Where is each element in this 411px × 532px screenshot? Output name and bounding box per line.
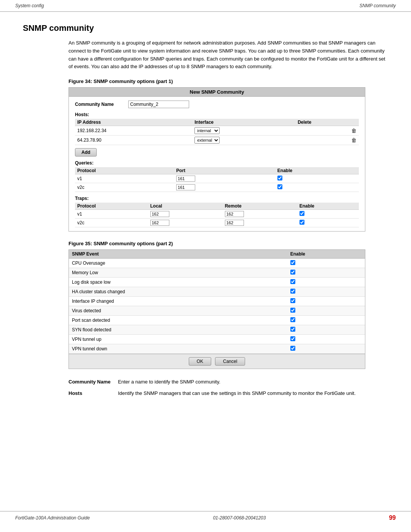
query-port-input[interactable] — [176, 184, 195, 190]
event-enable-checkbox[interactable] — [290, 260, 295, 265]
panel1-body: Community Name Hosts: IP Address Interfa… — [69, 97, 365, 231]
delete-icon[interactable]: 🗑 — [351, 137, 357, 143]
events-th-event: SNMP Event — [69, 250, 287, 259]
action-buttons: OK Cancel — [69, 354, 365, 369]
hosts-th-interface: Interface — [192, 119, 295, 126]
page-title: SNMP community — [23, 23, 388, 33]
hosts-label: Hosts: — [75, 112, 359, 117]
event-enable-cell — [287, 278, 365, 287]
footer-left: FortiGate-100A Administration Guide — [15, 515, 90, 521]
trap-local-input[interactable] — [150, 211, 169, 217]
header-right: SNMP community — [359, 3, 396, 8]
hosts-th-delete: Delete — [295, 119, 359, 126]
footer-center: 01-28007-0068-20041203 — [213, 515, 266, 521]
event-name: CPU Overusage — [69, 259, 287, 268]
event-enable-cell — [287, 306, 365, 316]
event-enable-checkbox[interactable] — [290, 336, 295, 341]
event-enable-checkbox[interactable] — [290, 289, 295, 294]
event-enable-checkbox[interactable] — [290, 346, 295, 351]
trap-enable-checkbox[interactable] — [299, 211, 304, 216]
query-port-cell — [174, 174, 275, 183]
event-enable-checkbox[interactable] — [290, 308, 295, 313]
event-name: VPN tunnel down — [69, 344, 287, 354]
community-name-label: Community Name — [75, 102, 128, 107]
desc-term: Hosts — [68, 390, 118, 397]
desc-def: Enter a name to identify the SNMP commun… — [118, 378, 365, 386]
community-name-input[interactable] — [128, 101, 189, 108]
event-enable-cell — [287, 316, 365, 325]
host-ip: 192.168.22.34 — [75, 126, 192, 136]
event-row: CPU Overusage — [69, 259, 365, 268]
event-enable-checkbox[interactable] — [290, 279, 295, 284]
panel2-body: SNMP Event Enable CPU OverusageMemory Lo… — [69, 250, 365, 369]
host-interface-select[interactable]: internalexternalwan1wan2dmz — [194, 137, 220, 144]
event-name: Memory Low — [69, 268, 287, 278]
panel1-title: New SNMP Community — [69, 88, 365, 97]
event-row: Interface IP changed — [69, 297, 365, 306]
trap-remote-cell — [223, 219, 297, 227]
add-host-button[interactable]: Add — [75, 148, 97, 157]
event-name: SYN flood detected — [69, 325, 287, 335]
page-number: 99 — [389, 514, 396, 521]
event-row: HA cluster status changed — [69, 287, 365, 297]
event-enable-checkbox[interactable] — [290, 270, 295, 275]
query-protocol: v2c — [75, 183, 174, 192]
queries-label: Queries: — [75, 160, 359, 166]
traps-th-local: Local — [148, 203, 223, 210]
query-enable-checkbox[interactable] — [277, 176, 282, 181]
trap-local-input[interactable] — [150, 220, 169, 226]
desc-term: Community Name — [68, 378, 118, 386]
query-port-cell — [174, 183, 275, 192]
trap-remote-input[interactable] — [225, 220, 244, 226]
event-enable-checkbox[interactable] — [290, 327, 295, 332]
page-header: System config SNMP community — [0, 0, 411, 12]
traps-row: v2c — [75, 219, 359, 227]
event-row: VPN tunnel down — [69, 344, 365, 354]
query-enable-cell — [275, 183, 359, 192]
host-delete-cell: 🗑 — [295, 136, 359, 145]
trap-remote-input[interactable] — [225, 211, 244, 217]
trap-enable-cell — [297, 219, 359, 227]
figure1-panel: New SNMP Community Community Name Hosts:… — [68, 87, 365, 232]
queries-th-port: Port — [174, 167, 275, 174]
trap-protocol: v2c — [75, 219, 148, 227]
desc-row: HostsIdentify the SNMP managers that can… — [68, 390, 365, 397]
event-name: HA cluster status changed — [69, 287, 287, 297]
event-enable-checkbox[interactable] — [290, 317, 295, 322]
event-row: SYN flood detected — [69, 325, 365, 335]
query-port-input[interactable] — [176, 176, 195, 182]
descriptions-section: Community NameEnter a name to identify t… — [68, 378, 365, 397]
host-interface-select[interactable]: internalexternalwan1wan2dmz — [194, 127, 220, 134]
event-enable-cell — [287, 259, 365, 268]
cancel-button[interactable]: Cancel — [215, 357, 245, 366]
traps-th-remote: Remote — [223, 203, 297, 210]
host-delete-cell: 🗑 — [295, 126, 359, 136]
event-row: Port scan detected — [69, 316, 365, 325]
event-enable-cell — [287, 344, 365, 354]
hosts-th-ip: IP Address — [75, 119, 192, 126]
figure1-label: Figure 34: SNMP community options (part … — [68, 78, 388, 84]
community-name-row: Community Name — [75, 101, 359, 108]
intro-text: An SNMP community is a grouping of equip… — [68, 39, 388, 71]
host-ip: 64.23.78.90 — [75, 136, 192, 145]
header-left: System config — [15, 3, 44, 8]
queries-row: v2c — [75, 183, 359, 192]
traps-label: Traps: — [75, 196, 359, 201]
trap-enable-cell — [297, 210, 359, 219]
event-enable-cell — [287, 297, 365, 306]
queries-row: v1 — [75, 174, 359, 183]
events-th-enable: Enable — [287, 250, 365, 259]
event-enable-cell — [287, 335, 365, 344]
trap-local-cell — [148, 210, 223, 219]
trap-protocol: v1 — [75, 210, 148, 219]
delete-icon[interactable]: 🗑 — [351, 128, 357, 134]
traps-th-enable: Enable — [297, 203, 359, 210]
trap-enable-checkbox[interactable] — [299, 220, 304, 225]
ok-button[interactable]: OK — [189, 357, 211, 366]
queries-th-enable: Enable — [275, 167, 359, 174]
query-protocol: v1 — [75, 174, 174, 183]
event-row: Log disk space low — [69, 278, 365, 287]
event-enable-checkbox[interactable] — [290, 298, 295, 303]
hosts-row: 192.168.22.34internalexternalwan1wan2dmz… — [75, 126, 359, 136]
query-enable-checkbox[interactable] — [277, 184, 282, 189]
